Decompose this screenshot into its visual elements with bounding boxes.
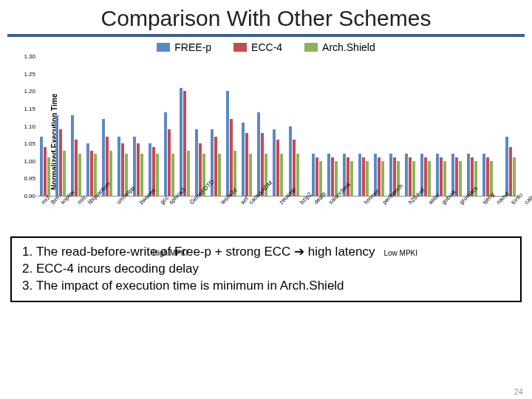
bar-group [83, 56, 99, 196]
bar-group [130, 56, 146, 196]
legend-label: Arch.Shield [322, 41, 375, 53]
bar-group [115, 56, 130, 196]
note-item: The read-before-write of Free-p + strong… [22, 244, 513, 261]
bar-group [480, 56, 496, 196]
bar-group [434, 56, 449, 196]
swatch-icon [304, 43, 318, 52]
bar-group [371, 56, 386, 196]
bar [459, 161, 462, 196]
bar [249, 154, 252, 196]
legend-label: ECC-4 [251, 41, 282, 53]
bar [195, 129, 198, 196]
bar [412, 161, 415, 196]
legend-item-archshield: Arch.Shield [304, 41, 375, 53]
bar [505, 137, 508, 196]
bar [109, 151, 112, 196]
bar [428, 161, 431, 196]
bar [312, 154, 315, 196]
bar-group [146, 56, 161, 196]
bar [331, 157, 334, 196]
bar [55, 115, 58, 196]
bar [381, 161, 384, 196]
bar [164, 112, 167, 196]
bar [230, 119, 233, 196]
y-ticks: 0.900.951.001.051.101.151.201.251.30 [15, 56, 35, 196]
bar [63, 151, 66, 196]
bar [296, 154, 299, 196]
bar-group [239, 56, 255, 196]
bar-group [355, 56, 371, 196]
bar [280, 154, 283, 196]
legend-item-freep: FREE-p [157, 41, 211, 53]
legend: FREE-p ECC-4 Arch.Shield [0, 40, 532, 56]
bar [276, 140, 279, 196]
bar [94, 154, 97, 196]
bar [509, 147, 512, 196]
note-item: ECC-4 incurs decoding delay [22, 261, 513, 278]
bar [289, 126, 292, 197]
bar [44, 147, 47, 196]
bar [245, 133, 248, 196]
bar-group [193, 56, 208, 196]
bar-group [162, 56, 177, 196]
bar [183, 91, 186, 196]
caption-high-mpki: High MPKI [152, 249, 188, 257]
bar-group [503, 56, 519, 196]
bar [443, 161, 446, 196]
swatch-icon [233, 43, 247, 52]
bar [358, 154, 361, 196]
bar-group [386, 56, 402, 196]
bar-group [52, 56, 68, 196]
plot-area: 0.900.951.001.051.101.151.201.251.30 [37, 56, 519, 197]
bar [405, 154, 408, 196]
bar-group [418, 56, 434, 196]
bar [59, 129, 62, 196]
bar-groups [37, 56, 519, 196]
bar [257, 112, 260, 196]
bar [366, 161, 369, 196]
bar [218, 154, 221, 196]
bar [350, 161, 353, 196]
bar [47, 157, 50, 196]
bar [140, 154, 143, 196]
chart: Normalized Execution Time 0.900.951.001.… [37, 56, 519, 228]
bar [214, 137, 217, 196]
bar [187, 151, 190, 196]
bar-group [37, 56, 52, 196]
bar [75, 140, 78, 196]
notes-list: The read-before-write of Free-p + strong… [19, 244, 513, 295]
legend-label: FREE-p [174, 41, 211, 53]
bar [327, 154, 330, 196]
bar-group [255, 56, 270, 196]
bar [71, 115, 74, 196]
bar [121, 143, 124, 196]
page-number: 24 [514, 387, 523, 396]
bar [316, 157, 318, 196]
bar [436, 154, 439, 196]
bar [168, 129, 171, 196]
bar [486, 157, 489, 196]
bar [137, 143, 140, 196]
bar-group [68, 56, 83, 196]
bar-group [224, 56, 239, 196]
bar [482, 154, 485, 196]
bar [362, 157, 365, 196]
title-rule [7, 34, 525, 37]
bar [440, 157, 443, 196]
bar-group [208, 56, 224, 196]
notes-box: The read-before-write of Free-p + strong… [10, 236, 522, 302]
bar [156, 154, 159, 196]
bar [78, 154, 81, 196]
bar-group [177, 56, 193, 196]
bar-group [99, 56, 115, 196]
bar [180, 88, 183, 196]
legend-item-ecc4: ECC-4 [233, 41, 282, 53]
bar [242, 123, 245, 196]
bar [86, 143, 89, 196]
bar [90, 151, 93, 196]
caption-low-mpki: Low MPKI [383, 249, 417, 257]
bar [226, 91, 229, 196]
bar [455, 157, 458, 196]
bar-group [309, 56, 324, 196]
bar [117, 137, 120, 196]
